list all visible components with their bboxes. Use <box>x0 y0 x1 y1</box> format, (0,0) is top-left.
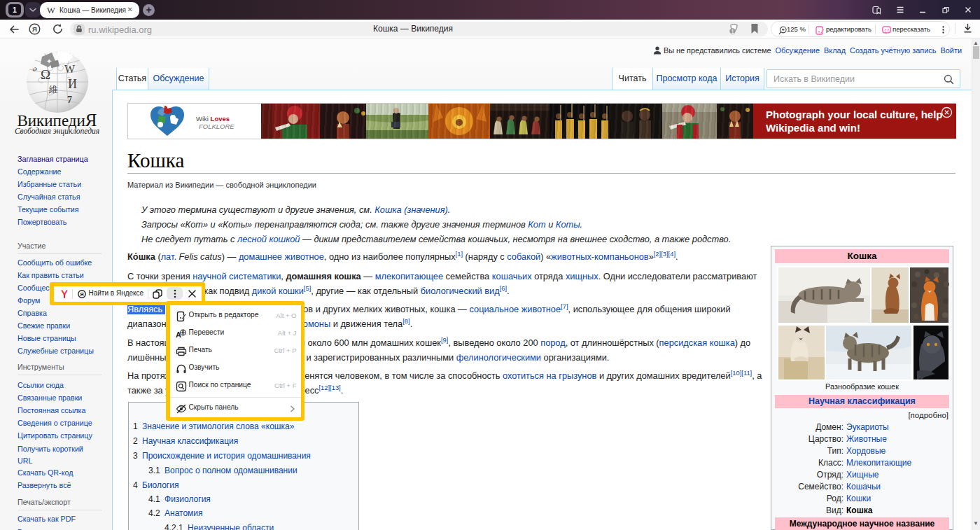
svg-text:Я: Я <box>80 291 83 297</box>
svg-text:✦: ✦ <box>46 57 52 65</box>
svg-text:維: 維 <box>48 84 58 95</box>
svg-text:W: W <box>64 63 76 75</box>
svg-text:Я: Я <box>32 25 37 33</box>
svg-text:И: И <box>68 77 77 91</box>
svg-text:7: 7 <box>67 95 72 105</box>
svg-text:Ω: Ω <box>41 67 50 82</box>
svg-text:1: 1 <box>731 27 734 34</box>
